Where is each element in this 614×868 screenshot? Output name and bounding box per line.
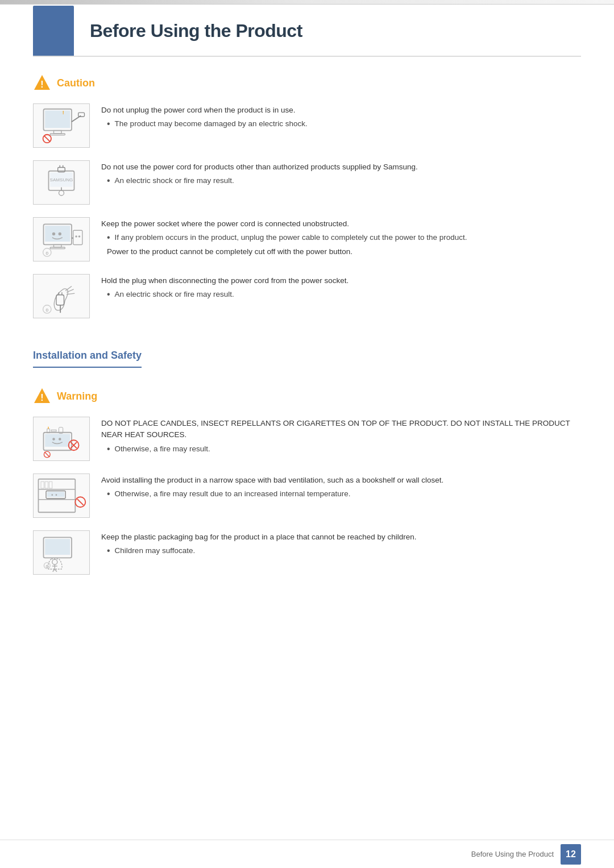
warning-sub-3: • Children may suffocate.: [107, 545, 581, 557]
warning-text-2: Avoid installing the product in a narrow…: [101, 474, 581, 500]
warning-main-text-3: Keep the plastic packaging bag for the p…: [101, 531, 581, 543]
caution-header: ! Caution: [33, 74, 581, 92]
caution-item-4: 0 Hold the plug when disconnecting the p…: [33, 274, 581, 318]
warning-sub-1: • Otherwise, a fire may result.: [107, 443, 581, 455]
svg-rect-25: [73, 230, 82, 244]
svg-point-60: [51, 494, 53, 496]
caution-sub-1: • The product may become damaged by an e…: [107, 118, 581, 130]
svg-point-44: [52, 438, 55, 441]
warning-image-1: [33, 417, 90, 461]
install-section: Installation and Safety: [33, 331, 581, 381]
caution-text-3: Keep the power socket where the power co…: [101, 217, 581, 260]
caution-text-1: Do not unplug the power cord when the pr…: [101, 103, 581, 130]
page-header: Before Using the Product: [33, 6, 581, 57]
caution-main-text-3: Keep the power socket where the power co…: [101, 218, 581, 230]
warning-label: Warning: [57, 389, 97, 404]
svg-rect-68: [45, 539, 70, 555]
svg-rect-43: [45, 434, 70, 447]
svg-rect-63: [45, 481, 48, 488]
warning-text-1: DO NOT PLACE CANDLES, INSECT REPELLANTS …: [101, 417, 581, 455]
main-content: ! Caution ! Do not unpl: [33, 68, 581, 834]
svg-rect-3: [45, 110, 70, 128]
caution-item-1: ! Do not unplug the power cord when the …: [33, 103, 581, 148]
warning-sub-text-3-0: Children may suffocate.: [115, 545, 196, 557]
svg-point-61: [56, 494, 57, 496]
warning-sub-text-1-0: Otherwise, a fire may result.: [115, 443, 210, 455]
caution-item-3: 0 Keep the power socket where the power …: [33, 217, 581, 261]
caution-main-text-1: Do not unplug the power cord when the pr…: [101, 105, 581, 116]
caution-sub-2: • An electric shock or fire may result.: [107, 175, 581, 187]
warning-image-2: [33, 474, 90, 518]
svg-point-69: [52, 559, 57, 564]
warning-main-text-1: DO NOT PLACE CANDLES, INSECT REPELLANTS …: [101, 418, 581, 441]
caution-sub-3: • If any problem occurs in the product, …: [107, 232, 581, 244]
svg-rect-24: [50, 247, 65, 249]
svg-point-27: [78, 235, 81, 238]
caution-text-2: Do not use the power cord for products o…: [101, 160, 581, 187]
svg-line-66: [77, 499, 84, 505]
caution-icon: !: [33, 74, 51, 92]
caution-main-text-2: Do not use the power cord for products o…: [101, 161, 581, 173]
svg-text:0: 0: [46, 308, 49, 313]
svg-line-31: [65, 286, 72, 290]
warning-image-3: 0: [33, 530, 90, 575]
svg-rect-5: [50, 134, 65, 135]
page-title: Before Using the Product: [90, 17, 302, 44]
install-heading: Installation and Safety: [33, 348, 142, 368]
svg-rect-7: [78, 113, 85, 117]
caution-text-4: Hold the plug when disconnecting the pow…: [101, 274, 581, 301]
warning-text-3: Keep the plastic packaging bag for the p…: [101, 530, 581, 557]
svg-rect-62: [41, 481, 44, 488]
caution-main-text-4: Hold the plug when disconnecting the pow…: [101, 275, 581, 286]
svg-text:0: 0: [46, 564, 49, 569]
warning-item-1: DO NOT PLACE CANDLES, INSECT REPELLANTS …: [33, 417, 581, 461]
warning-icon: !: [33, 387, 51, 405]
warning-item-3: 0 Keep the plastic packaging bag for the…: [33, 530, 581, 575]
warning-item-2: Avoid installing the product in a narrow…: [33, 474, 581, 518]
svg-rect-48: [51, 430, 56, 431]
footer-text: Before Using the Product: [471, 849, 554, 860]
svg-line-9: [44, 136, 50, 142]
caution-sub-4: • An electric shock or fire may result.: [107, 289, 581, 301]
svg-point-21: [52, 232, 55, 235]
svg-text:!: !: [40, 80, 43, 89]
svg-rect-64: [49, 481, 52, 488]
caution-sub-text-3-0: If any problem occurs in the product, un…: [115, 232, 467, 244]
caution-image-2: SAMSUNG: [33, 160, 90, 205]
caution-sub-text-1-0: The product may become damaged by an ele…: [115, 118, 308, 130]
caution-sub-text-2-0: An electric shock or fire may result.: [115, 175, 234, 187]
warning-header: ! Warning: [33, 387, 581, 405]
caution-sub-text-4-0: An electric shock or fire may result.: [115, 289, 234, 301]
warning-main-text-2: Avoid installing the product in a narrow…: [101, 475, 581, 486]
svg-point-14: [59, 190, 64, 196]
page-number: 12: [561, 844, 581, 865]
caution-label: Caution: [57, 76, 95, 91]
caution-note-3: Power to the product cannot be completel…: [107, 246, 581, 258]
svg-text:0: 0: [46, 251, 49, 256]
page-footer: Before Using the Product 12: [0, 840, 614, 868]
caution-item-2: SAMSUNG Do not use the power cord for pr…: [33, 160, 581, 205]
svg-rect-34: [56, 295, 64, 305]
caution-image-4: 0: [33, 274, 90, 318]
svg-point-26: [75, 235, 77, 238]
svg-text:!: !: [63, 110, 64, 115]
caution-image-3: 0: [33, 217, 90, 261]
svg-line-54: [44, 452, 49, 457]
warning-sub-2: • Otherwise, a fire may result due to an…: [107, 488, 581, 500]
svg-point-22: [59, 232, 61, 235]
warning-sub-text-2-0: Otherwise, a fire may result due to an i…: [115, 488, 351, 500]
svg-point-45: [59, 438, 61, 441]
top-decorative-bar: [0, 0, 614, 5]
caution-image-1: !: [33, 103, 90, 148]
svg-text:!: !: [40, 393, 43, 402]
svg-text:SAMSUNG: SAMSUNG: [50, 177, 73, 182]
